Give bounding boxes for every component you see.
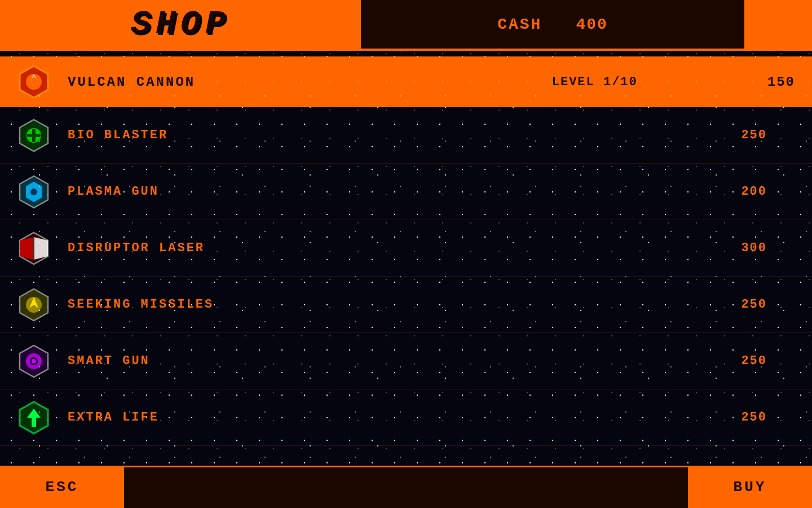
selected-item-name: VULCAN CANNON [68,75,535,90]
shop-item-seeking-missiles[interactable]: SEEKING MISSILES 250 [0,277,812,333]
shop-item-extra-life[interactable]: EXTRA LIFE 250 [0,389,812,446]
shop-item-smart-gun[interactable]: SMART GUN 250 [0,333,812,389]
disruptor-laser-price: 300 [741,241,767,255]
item-list: BIO BLASTER 250 PLASMA GUN 200 DISRUPTOR… [0,107,812,446]
svg-point-9 [30,189,37,195]
svg-point-20 [32,359,36,364]
cash-value: 400 [576,16,607,33]
plasma-gun-price: 200 [741,185,767,199]
plasma-gun-icon [17,175,51,209]
bio-blaster-price: 250 [741,128,767,142]
shop-item-disruptor-laser[interactable]: DISRUPTOR LASER 300 [0,220,812,277]
extra-life-icon [17,401,51,435]
selected-item-price: 150 [767,75,795,90]
shop-item-plasma-gun[interactable]: PLASMA GUN 200 [0,164,812,220]
extra-life-price: 250 [741,410,767,424]
seeking-missiles-name: SEEKING MISSILES [68,297,724,312]
bio-blaster-icon [17,119,51,152]
shop-header: SHOP CASH 400 [0,0,812,51]
svg-point-1 [26,74,42,90]
shop-title-bar: SHOP [0,0,361,49]
selected-item-level: LEVEL 1/10 [552,75,638,89]
svg-marker-12 [34,237,48,260]
plasma-gun-name: PLASMA GUN [68,185,724,199]
selected-item-icon [17,65,51,99]
svg-rect-6 [27,134,41,137]
shop-item-bio-blaster[interactable]: BIO BLASTER 250 [0,107,812,164]
seeking-missiles-icon [17,288,51,322]
header-right-button[interactable] [744,0,812,49]
smart-gun-name: SMART GUN [68,354,724,368]
buy-button[interactable]: BUY [688,466,812,508]
shop-footer: ESC BUY [0,466,812,508]
cash-label: CASH [497,16,542,33]
cash-section: CASH 400 [361,0,744,49]
bio-blaster-name: BIO BLASTER [68,128,724,142]
seeking-missiles-price: 250 [741,297,767,312]
disruptor-laser-icon [17,231,51,265]
shop-title: SHOP [131,5,230,43]
smart-gun-icon [17,344,51,378]
esc-button[interactable]: ESC [0,466,124,508]
smart-gun-price: 250 [741,354,767,368]
extra-life-name: EXTRA LIFE [68,410,724,424]
disruptor-laser-name: DISRUPTOR LASER [68,241,724,255]
footer-spacer [124,466,688,508]
svg-marker-11 [20,237,34,260]
selected-item-row[interactable]: VULCAN CANNON LEVEL 1/10 150 [0,56,812,107]
